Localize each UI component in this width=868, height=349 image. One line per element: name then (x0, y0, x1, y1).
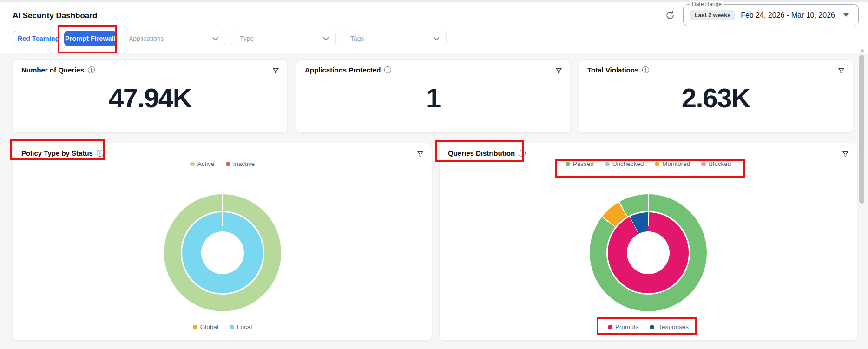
tab-prompt-firewall[interactable]: Prompt Firewall (64, 31, 117, 46)
legend-label: Monitored (662, 160, 690, 167)
legend-dot (566, 162, 570, 166)
chart-card-queries-distribution: Queries Distribution i PassedUncheckedMo… (439, 143, 857, 341)
info-icon[interactable]: i (97, 150, 104, 157)
donut-hole (627, 231, 670, 274)
legend-query-status: PassedUncheckedMonitoredBlocked (440, 160, 857, 167)
filter-funnel-icon[interactable] (553, 66, 564, 76)
filter-label: Type (240, 35, 323, 42)
info-icon[interactable]: i (642, 66, 649, 73)
legend-item-inactive[interactable]: Inactive (226, 160, 255, 167)
date-range-label: Date Range (690, 1, 724, 7)
filter-tags[interactable]: Tags (342, 31, 447, 46)
chevron-down-icon (212, 35, 218, 42)
legend-item-prompts[interactable]: Prompts (608, 323, 638, 330)
legend-label: Global (200, 323, 218, 330)
stat-card-number-of-queries: Number of Queries i 47.94K (13, 59, 288, 133)
info-icon[interactable]: i (384, 66, 391, 73)
legend-label: Unchecked (612, 160, 644, 167)
legend-item-active[interactable]: Active (190, 160, 215, 167)
legend-dot (190, 162, 195, 166)
date-range-picker[interactable]: Date Range Last 2 weeks Feb 24, 2026 - M… (683, 4, 859, 26)
tab-label: Prompt Firewall (65, 35, 116, 42)
stat-value: 2.63K (579, 82, 853, 113)
stat-title: Number of Queries (21, 66, 84, 74)
filter-type[interactable]: Type (231, 31, 336, 46)
top-divider (0, 0, 868, 2)
donut-chart-queries-distribution[interactable] (590, 194, 707, 311)
info-icon[interactable]: i (519, 150, 526, 157)
legend-dot (650, 325, 654, 329)
scrollbar-up-arrow[interactable] (860, 49, 865, 52)
stat-title: Total Violations (587, 66, 638, 74)
legend-label: Blocked (709, 160, 731, 167)
legend-status: ActiveInactive (13, 160, 432, 167)
legend-item-unchecked[interactable]: Unchecked (605, 160, 644, 167)
legend-label: Prompts (615, 323, 638, 330)
legend-item-passed[interactable]: Passed (566, 160, 594, 167)
scrollbar-thumb[interactable] (859, 55, 864, 204)
legend-dot (605, 162, 610, 166)
page-title: AI Security Dashboard (13, 11, 97, 20)
filter-funnel-icon[interactable] (270, 66, 281, 76)
legend-item-responses[interactable]: Responses (650, 323, 689, 330)
donut-hole (201, 231, 244, 274)
filter-funnel-icon[interactable] (415, 149, 425, 159)
refresh-button[interactable] (664, 9, 677, 22)
legend-item-monitored[interactable]: Monitored (655, 160, 690, 167)
legend-label: Responses (657, 323, 689, 330)
stat-value: 47.94K (13, 82, 287, 113)
legend-label: Passed (573, 160, 594, 167)
stat-card-total-violations: Total Violations i 2.63K (579, 59, 853, 133)
filter-label: Applications (129, 35, 212, 42)
tab-red-teaming[interactable]: Red Teaming (13, 31, 64, 46)
tab-label: Red Teaming (18, 35, 59, 42)
filter-funnel-icon[interactable] (840, 149, 850, 159)
stat-card-applications-protected: Applications Protected i 1 (296, 59, 571, 133)
donut-chart-policy-type[interactable] (164, 194, 281, 311)
legend-label: Local (237, 323, 252, 330)
legend-label: Inactive (233, 160, 255, 167)
legend-label: Active (197, 160, 215, 167)
stat-title: Applications Protected (305, 66, 381, 74)
legend-policy-type: GlobalLocal (13, 323, 432, 330)
legend-dot (701, 162, 706, 166)
chart-title: Queries Distribution (448, 149, 515, 157)
legend-dot (226, 162, 230, 166)
legend-dot (193, 325, 197, 329)
legend-item-blocked[interactable]: Blocked (701, 160, 731, 167)
stat-value: 1 (296, 82, 570, 113)
chart-title: Policy Type by Status (21, 149, 93, 157)
refresh-icon (665, 10, 675, 22)
chevron-down-icon (434, 35, 440, 42)
filter-funnel-icon[interactable] (836, 66, 846, 76)
caret-down-icon (843, 13, 849, 17)
dashboard-page: AI Security Dashboard Date Range Last 2 … (0, 0, 868, 349)
info-icon[interactable]: i (88, 66, 95, 73)
filter-applications[interactable]: Applications (120, 31, 225, 46)
date-range-preset-chip: Last 2 weeks (690, 10, 735, 20)
date-range-value: Feb 24, 2026 - Mar 10, 2026 (741, 11, 835, 20)
legend-item-global[interactable]: Global (193, 323, 218, 330)
legend-dot (608, 325, 612, 329)
legend-item-local[interactable]: Local (230, 323, 252, 330)
filter-label: Tags (350, 35, 434, 42)
legend-query-source: PromptsResponses (440, 323, 857, 330)
chevron-down-icon (323, 35, 329, 42)
chart-card-policy-type-by-status: Policy Type by Status i ActiveInactive G… (13, 143, 432, 341)
legend-dot (655, 162, 659, 166)
legend-dot (230, 325, 234, 329)
